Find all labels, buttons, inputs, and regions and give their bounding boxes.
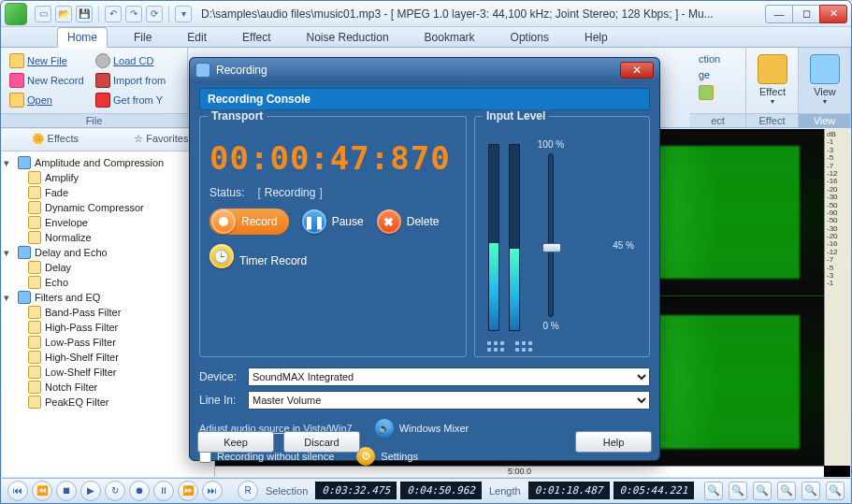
transport-forward-icon[interactable]: ⏩	[178, 481, 198, 501]
leaf-icon	[28, 216, 41, 229]
tree-item[interactable]: High-Pass Filter	[4, 320, 212, 335]
tab-home[interactable]: Home	[57, 27, 108, 48]
tree-item[interactable]: Notch Filter	[4, 380, 212, 395]
timer-record-button[interactable]: 🕒Timer Record	[209, 244, 307, 278]
transport-r-button[interactable]: R	[238, 481, 258, 501]
zoom-1-icon[interactable]: 🔍	[753, 482, 772, 500]
qa-open-icon[interactable]: 📂	[55, 6, 72, 22]
ribbon-view[interactable]: View▾	[804, 51, 845, 113]
tree-item[interactable]: Low-Shelf Filter	[4, 365, 212, 380]
transport-start-icon[interactable]: ⏮	[7, 481, 28, 501]
transport-loop-icon[interactable]: ↻	[105, 481, 125, 501]
tree-item[interactable]: Normalize	[4, 230, 212, 245]
qa-dropdown-icon[interactable]: ▾	[175, 6, 192, 22]
zoom-out-icon[interactable]: 🔍	[801, 482, 820, 500]
meter-dots-right[interactable]	[515, 341, 532, 352]
minimize-button[interactable]: —	[765, 5, 793, 23]
delete-button[interactable]: ✖Delete	[377, 209, 440, 234]
zoom-fit-icon[interactable]: 🔍	[704, 482, 723, 500]
discard-button[interactable]: Discard	[283, 431, 360, 453]
maximize-button[interactable]: ◻	[792, 5, 820, 23]
effects-tree[interactable]: ▾Amplitude and Compression Amplify Fade …	[2, 151, 214, 477]
qa-redo-icon[interactable]: ↷	[125, 6, 142, 22]
side-tab-effects[interactable]: 🌼 Effects	[2, 129, 108, 151]
help-button[interactable]: Help	[575, 431, 652, 453]
meter-dots-left[interactable]	[487, 341, 504, 352]
qa-save-icon[interactable]: 💾	[76, 6, 93, 22]
tree-item[interactable]: Envelope	[4, 215, 212, 230]
volume-slider[interactable]	[548, 153, 554, 317]
close-button[interactable]: ✕	[819, 5, 847, 23]
linein-select[interactable]: Master Volume	[248, 391, 650, 410]
leaf-icon	[28, 201, 41, 214]
tree-item[interactable]: Delay	[4, 260, 212, 275]
transport-rewind-icon[interactable]: ⏪	[32, 481, 52, 501]
ribbon-youtube[interactable]: Get from Y	[93, 91, 168, 109]
meter-right	[509, 144, 520, 331]
dialog-titlebar[interactable]: Recording ✕	[190, 58, 659, 82]
qa-refresh-icon[interactable]: ⟳	[146, 6, 163, 22]
selection-to: 0:04:50.962	[400, 482, 482, 499]
pause-button[interactable]: ❚❚Pause	[302, 209, 364, 234]
ribbon-effect[interactable]: Effect▾	[752, 51, 793, 113]
recording-icon	[195, 63, 210, 78]
qa-new-icon[interactable]: ▭	[35, 6, 51, 22]
tab-edit[interactable]: Edit	[178, 28, 216, 47]
tree-item[interactable]: Fade	[4, 185, 212, 200]
zoom-full-icon[interactable]: 🔍	[826, 482, 845, 500]
tree-item[interactable]: PeakEQ Filter	[4, 395, 212, 410]
selection-label: Selection	[266, 485, 308, 497]
leaf-icon	[28, 321, 41, 334]
leaf-icon	[28, 231, 41, 244]
tab-effect[interactable]: Effect	[233, 28, 280, 47]
tree-item[interactable]: High-Shelf Filter	[4, 350, 212, 365]
transport-play-icon[interactable]: ▶	[80, 481, 101, 501]
zoom-in-icon[interactable]: 🔍	[777, 482, 796, 500]
transport-stop-icon[interactable]: ⏹	[56, 481, 77, 501]
youtube-icon	[95, 93, 110, 108]
tab-help[interactable]: Help	[575, 28, 617, 47]
ribbon-fragment-ge[interactable]: ge	[696, 67, 723, 82]
keep-button[interactable]: Keep	[197, 431, 274, 453]
app-icon	[5, 3, 27, 25]
tab-options[interactable]: Options	[501, 28, 558, 47]
zoom-sel-icon[interactable]: 🔍	[729, 482, 747, 500]
tree-group-delay[interactable]: ▾Delay and Echo	[4, 245, 212, 260]
slider-min-label: 0 %	[542, 321, 558, 331]
slider-max-label: 100 %	[538, 139, 564, 150]
ribbon-fragment-ction[interactable]: ction	[696, 51, 723, 66]
tab-noise-reduction[interactable]: Noise Reduction	[297, 28, 398, 47]
effect-icon	[758, 54, 787, 84]
length-b: 0:05:44.221	[614, 482, 695, 499]
ribbon-open[interactable]: Open	[7, 91, 93, 109]
group-icon	[18, 156, 31, 169]
record-button[interactable]: Record	[209, 209, 289, 235]
transport-end-icon[interactable]: ⏭	[202, 481, 223, 501]
transport-record-icon[interactable]: ⏺	[129, 481, 150, 501]
ribbon-new-file[interactable]: New File	[7, 51, 93, 70]
ribbon-load-cd[interactable]: Load CD	[93, 51, 168, 70]
ribbon-new-record[interactable]: New Record	[7, 71, 93, 90]
tree-item[interactable]: Low-Pass Filter	[4, 335, 212, 350]
recording-console-banner: Recording Console	[199, 88, 650, 110]
ribbon-import[interactable]: Import from	[93, 71, 168, 90]
device-select[interactable]: SoundMAX Integrated	[248, 367, 650, 386]
ribbon-small-icon[interactable]	[696, 83, 723, 102]
transport-pause-icon[interactable]: ⏸	[153, 481, 174, 501]
selection-from: 0:03:32.475	[315, 482, 397, 499]
db-scale: dB-1-3-5-7-12-16-20-30-50-90-50-30-20-16…	[824, 129, 850, 466]
tab-file[interactable]: File	[124, 28, 161, 47]
tree-item[interactable]: Band-Pass Filter	[4, 305, 212, 320]
small-icon	[699, 85, 714, 100]
qa-undo-icon[interactable]: ↶	[105, 6, 122, 22]
tree-item[interactable]: Dynamic Compressor	[4, 200, 212, 215]
tree-item[interactable]: Amplify	[4, 170, 212, 185]
new-record-icon	[9, 73, 24, 88]
dialog-close-button[interactable]: ✕	[620, 62, 654, 79]
tree-group-amplitude[interactable]: ▾Amplitude and Compression	[4, 155, 212, 170]
tree-group-filters[interactable]: ▾Filters and EQ	[4, 290, 212, 305]
tab-bookmark[interactable]: Bookmark	[415, 28, 484, 47]
slider-thumb[interactable]	[542, 243, 561, 252]
tree-item[interactable]: Echo	[4, 275, 212, 290]
main-window: ▭ 📂 💾 ↶ ↷ ⟳ ▾ D:\samples\audio files\mus…	[0, 0, 852, 504]
